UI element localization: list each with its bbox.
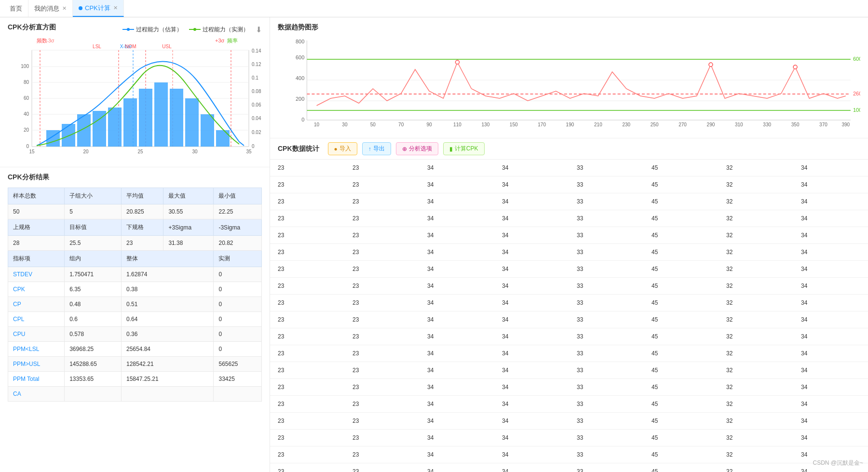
trend-svg: 0 200 400 600 800 600 260 [278, 36, 860, 132]
table-row: 2323343433453234 [270, 193, 868, 210]
table-cell: 45 [644, 295, 719, 311]
table-cell: 23 [345, 193, 420, 210]
table-cell: 33 [569, 160, 644, 176]
table-cell: 34 [420, 345, 494, 362]
td-ppmusl-v1: 145288.65 [65, 357, 122, 372]
svg-text:800: 800 [296, 39, 304, 44]
table-cell: 23 [270, 176, 345, 193]
td-cp-v1: 0.48 [65, 297, 122, 312]
table-cell: 34 [420, 396, 494, 413]
download-icon[interactable]: ⬇ [256, 25, 262, 34]
table-cell: 23 [345, 328, 420, 345]
watermark: CSDN @沉默是金~ [813, 459, 863, 467]
th-plus3sigma: +3Sigma [163, 219, 214, 236]
svg-rect-47 [62, 124, 75, 147]
td-stdev-v2: 1.62874 [121, 267, 214, 282]
tab-messages-close[interactable]: ✕ [62, 5, 67, 12]
svg-text:600: 600 [296, 54, 304, 60]
table-cell: 33 [569, 413, 644, 430]
table-row: 2323343433453234 [270, 311, 868, 328]
td-ppmusl-v2: 128542.21 [121, 357, 214, 372]
svg-text:270: 270 [678, 122, 687, 127]
table-cell: 23 [345, 345, 420, 362]
table-cell: 32 [719, 227, 793, 244]
calc-cpk-button[interactable]: ▮ 计算CPK [443, 142, 485, 155]
td-cp-label: CP [8, 297, 65, 312]
svg-text:20: 20 [83, 149, 89, 154]
td-cp-v4: 0 [214, 297, 262, 312]
table-row: 2323343433453234 [270, 295, 868, 311]
legend-estimated: 过程能力（估算） [122, 26, 182, 34]
table-row: 2323343433453234 [270, 446, 868, 463]
export-button[interactable]: ↑ 导出 [362, 142, 391, 155]
th-mean: 平均值 [121, 188, 163, 204]
table-cell: 23 [345, 430, 420, 446]
import-button[interactable]: ● 导入 [328, 142, 357, 155]
svg-text:30: 30 [342, 122, 348, 127]
th-sample-total: 样本总数 [8, 188, 65, 204]
table-cell: 23 [270, 396, 345, 413]
table-cell: 34 [793, 193, 868, 210]
table-cell: 34 [420, 295, 494, 311]
table-row: 2323343433453234 [270, 176, 868, 193]
analysis-options-button[interactable]: ⊕ 分析选项 [396, 142, 438, 155]
table-cell: 45 [644, 379, 719, 396]
table-cell: 34 [494, 463, 569, 472]
tab-cpk-close[interactable]: ✕ [113, 5, 118, 11]
table-cell: 23 [345, 295, 420, 311]
td-cpu-v1: 0.578 [65, 327, 122, 342]
svg-text:40: 40 [24, 111, 29, 117]
table-cell: 45 [644, 261, 719, 278]
table-cell: 33 [569, 463, 644, 472]
table-cell: 34 [793, 261, 868, 278]
svg-text:230: 230 [622, 122, 630, 127]
td-ppmlsl-v4: 0 [214, 342, 262, 357]
table-cell: 33 [569, 176, 644, 193]
svg-text:+3σ: +3σ [215, 38, 225, 43]
tab-messages[interactable]: 我的消息 ✕ [28, 0, 73, 17]
cpk-data-title: CPK数据统计 [278, 145, 319, 153]
table-cell: 33 [569, 328, 644, 345]
th-subgroup-size: 子组大小 [65, 188, 122, 204]
table-cell: 34 [420, 328, 494, 345]
table-cell: 23 [270, 160, 345, 176]
cpk-chart-title: CPK分析直方图 [8, 23, 56, 32]
table-cell: 45 [644, 362, 719, 379]
svg-text:15: 15 [29, 149, 35, 154]
th-lsl: 下规格 [121, 219, 163, 236]
analysis-title: CPK分析结果 [8, 173, 262, 182]
table-cell: 34 [494, 160, 569, 176]
data-grid: 2323343433453234232334343345323423233434… [270, 160, 868, 472]
svg-text:0.04: 0.04 [252, 116, 261, 121]
table-cell: 34 [420, 193, 494, 210]
svg-text:0: 0 [26, 144, 29, 149]
table-cell: 33 [569, 210, 644, 227]
td-cpu-v2: 0.36 [121, 327, 214, 342]
table-cell: 23 [345, 463, 420, 472]
legend-actual-label: 过程能力（实测） [203, 26, 249, 34]
svg-text:100: 100 [853, 107, 860, 113]
table-cell: 32 [719, 430, 793, 446]
table-cell: 33 [569, 362, 644, 379]
tab-cpk-label: CPK计算 [85, 4, 110, 13]
tab-cpk[interactable]: CPK计算 ✕ [73, 0, 124, 17]
table-cell: 45 [644, 446, 719, 463]
tab-home[interactable]: 首页 [4, 0, 28, 17]
table-row: 2323343433453234 [270, 362, 868, 379]
table-cell: 34 [494, 345, 569, 362]
tab-cpk-dot [79, 6, 82, 10]
table-cell: 34 [420, 430, 494, 446]
table-cell: 33 [569, 244, 644, 261]
td-cpl-v2: 0.64 [121, 312, 214, 327]
svg-text:35: 35 [246, 149, 252, 154]
data-grid-container[interactable]: 2323343433453234232334343345323423233434… [270, 160, 868, 472]
td-usl-val: 28 [8, 236, 65, 251]
td-cpu-label: CPU [8, 327, 65, 342]
svg-text:20: 20 [24, 127, 29, 133]
legend-actual: 过程能力（实测） [189, 26, 249, 34]
table-cell: 34 [420, 379, 494, 396]
table-cell: 32 [719, 295, 793, 311]
table-cell: 23 [345, 311, 420, 328]
table-cell: 23 [345, 396, 420, 413]
td-ca-v1 [65, 387, 122, 402]
